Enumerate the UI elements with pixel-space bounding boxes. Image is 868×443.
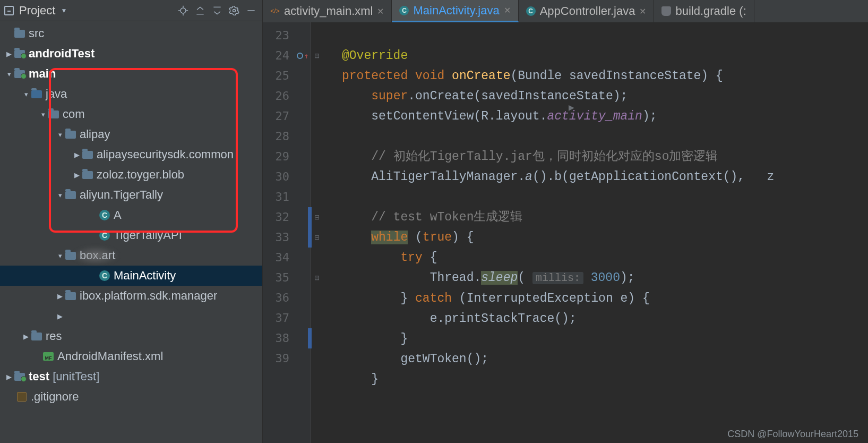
editor-main: </> activity_main.xml ✕ C MainActivity.j… (263, 0, 868, 443)
project-dropdown-icon[interactable]: ▼ (61, 7, 67, 14)
project-title[interactable]: Project (19, 4, 55, 18)
expand-all-icon[interactable] (193, 4, 207, 18)
tab-label: MainActivity.java (413, 4, 499, 18)
tree-node-alipaysecuritysdk[interactable]: ▶alipaysecuritysdk.common (0, 144, 262, 165)
tab-label: build.gradle (: (675, 4, 746, 18)
folder-icon (65, 292, 76, 300)
tree-node-class-a[interactable]: CA (0, 205, 262, 225)
class-icon: C (99, 270, 110, 281)
gitignore-icon (17, 392, 27, 402)
project-tree[interactable]: src ▶androidTest ▾main ▾java ▾com ▾alipa… (0, 21, 262, 443)
close-icon[interactable]: ✕ (504, 5, 511, 15)
watermark: CSDN @FollowYourHeart2015 (727, 429, 858, 440)
class-icon: C (399, 6, 409, 15)
tree-node-zoloz[interactable]: ▶zoloz.toyger.blob (0, 165, 262, 185)
folder-java-icon (31, 90, 42, 98)
close-icon[interactable]: ✕ (377, 6, 384, 16)
change-marker (308, 207, 312, 248)
tab-label: AppController.java (540, 4, 635, 18)
fold-icon[interactable]: ⊟ (314, 207, 320, 227)
folder-icon (48, 110, 59, 118)
folder-src-icon (14, 70, 25, 78)
fold-gutter[interactable]: ⊟ ⊟ ⊟ ⊟ (311, 22, 323, 443)
change-marker (308, 328, 312, 348)
tree-node-com[interactable]: ▾com (0, 104, 262, 124)
close-icon[interactable]: ✕ (639, 6, 646, 16)
folder-icon (65, 131, 76, 139)
tree-node-src[interactable]: src (0, 23, 262, 44)
gutter-expand-icon[interactable]: ▶ (569, 103, 574, 112)
code-editor[interactable]: 232425 262728 293031 323334 353637 3839 … (263, 22, 868, 443)
folder-icon (65, 191, 76, 199)
tree-node-java[interactable]: ▾java (0, 84, 262, 104)
class-icon: C (526, 6, 536, 16)
settings-gear-icon[interactable] (227, 4, 241, 18)
code-content[interactable]: @Override protected void onCreate(Bundle… (323, 22, 868, 443)
xml-icon: </> (270, 6, 280, 16)
project-sidebar: Project ▼ src ▶androidTest ▾main ▾java ▾… (0, 0, 263, 443)
fold-icon[interactable]: ⊟ (314, 268, 320, 288)
folder-test-icon (14, 50, 25, 58)
svg-point-0 (181, 8, 186, 13)
folder-icon (82, 171, 93, 179)
folder-icon (31, 333, 42, 340)
tree-node-androidtest[interactable]: ▶androidTest (0, 44, 262, 64)
line-numbers: 232425 262728 293031 323334 353637 3839 (263, 22, 295, 443)
class-icon: C (99, 210, 110, 220)
project-pane-icon (4, 6, 14, 15)
tree-node-ibox[interactable]: ▶ibox.platform.sdk.manager (0, 286, 262, 306)
tree-node-boxart[interactable]: ▾box.art (0, 245, 262, 266)
folder-icon (82, 151, 93, 159)
tree-node-alipay[interactable]: ▾alipay (0, 124, 262, 144)
tree-node-class-tigertallyapi[interactable]: CTigerTallyAPI (0, 225, 262, 245)
tab-mainactivity[interactable]: C MainActivity.java ✕ (392, 0, 518, 22)
tab-activity-main-xml[interactable]: </> activity_main.xml ✕ (263, 0, 392, 22)
manifest-icon: MF (43, 352, 54, 361)
tab-appcontroller[interactable]: C AppController.java ✕ (519, 0, 655, 22)
class-icon: C (99, 230, 110, 241)
tree-node-manifest[interactable]: MFAndroidManifest.xml (0, 346, 262, 367)
hide-icon[interactable] (244, 4, 258, 18)
fold-icon[interactable]: ⊟ (314, 227, 320, 248)
tree-node-main[interactable]: ▾main (0, 64, 262, 84)
tab-build-gradle[interactable]: build.gradle (: (654, 0, 754, 22)
svg-point-7 (233, 9, 236, 12)
tab-label: activity_main.xml (284, 4, 373, 18)
tree-node-test[interactable]: ▶test [unitTest] (0, 367, 262, 387)
tree-node-res[interactable]: ▶res (0, 326, 262, 346)
tree-node-blank[interactable]: ▶ (0, 306, 262, 326)
editor-tabs: </> activity_main.xml ✕ C MainActivity.j… (263, 0, 868, 22)
gradle-icon (661, 6, 671, 16)
sidebar-header: Project ▼ (0, 0, 262, 21)
folder-test-icon (14, 373, 25, 381)
tree-node-gitignore[interactable]: .gitignore (0, 387, 262, 407)
collapse-all-icon[interactable] (210, 4, 224, 18)
folder-icon (65, 252, 76, 260)
ide-root: Project ▼ src ▶androidTest ▾main ▾java ▾… (0, 0, 868, 443)
gutter: 232425 262728 293031 323334 353637 3839 … (263, 22, 311, 443)
override-marker[interactable]: ↑ (295, 46, 311, 66)
tree-node-mainactivity[interactable]: CMainActivity (0, 266, 262, 286)
fold-icon[interactable]: ⊟ (314, 46, 320, 66)
locate-icon[interactable] (176, 4, 190, 18)
tree-node-aliyun[interactable]: ▾aliyun.TigerTally (0, 185, 262, 205)
